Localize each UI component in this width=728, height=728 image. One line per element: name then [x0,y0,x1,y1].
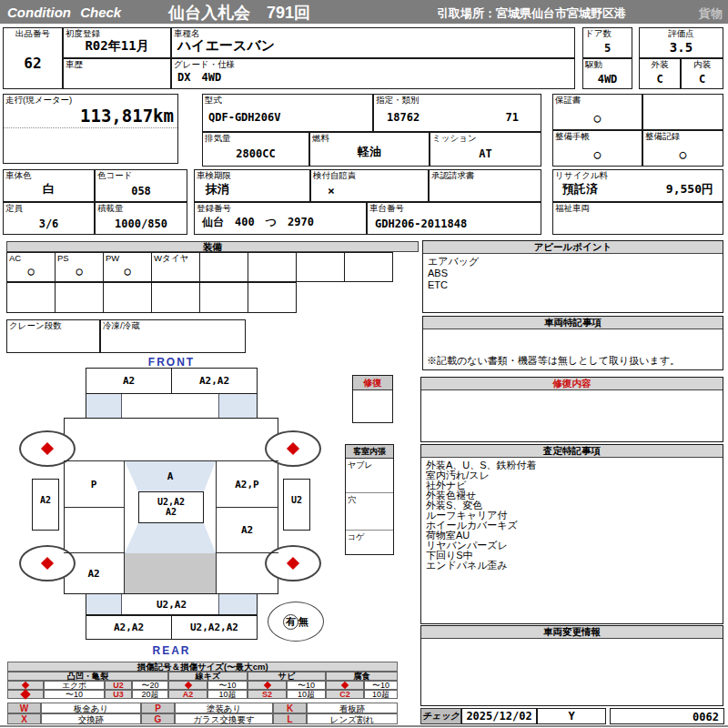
damage-desc: レンズ割れ [330,715,374,723]
legend-text: 10超 [372,691,389,699]
equipment-cell-wtire: Wタイヤ [151,252,200,282]
exterior-value: C [640,73,680,86]
maintenance-book-value: ○ [553,147,642,161]
auction-title: 仙台入札会 791回 [168,2,310,24]
panel-door-front-right: A2,P [216,461,278,507]
displacement-value: 2800CC [203,147,308,160]
warranty-spare-cell [642,94,723,130]
rear-window-corner-left [86,594,122,614]
body-line [64,507,124,508]
repair-content-header: 修復内容 [421,378,723,390]
appeal-item: ABS [428,268,718,279]
legend-dent-r2-code: U3 [105,690,132,699]
cabin-row-label: ヤブレ [348,460,373,470]
equipment-value: ○ [56,265,103,278]
vehicle-notes-box: 車両特記事項 ※記載のない書類・機器等は無しとして取り扱います。 [422,316,723,370]
legend-code: S2 [262,691,272,699]
equipment-label: PW [106,254,119,263]
cabin-row-tear: ヤブレ [346,459,393,493]
equipment-cell-empty [296,252,345,282]
insurance-value: × [328,184,428,197]
legend-text: 〜20 [141,682,158,690]
legend-scratch-r2-size: 10超 [207,690,248,699]
doors-value: 5 [583,42,632,55]
equipment-value: ○ [104,265,151,278]
capacity-cell: 定員 3/6 [3,202,95,235]
legend-dent-r1-size: 〜20 [132,681,168,690]
interior-cell: 内装 C [681,58,723,89]
drive-label: 駆動 [585,60,602,69]
damage-code: K [287,704,293,713]
equipment-label: PS [57,254,69,263]
code-l-cell: L [273,713,307,724]
assessment-box: 査定特記事項 外装A、U、S、鉄粉付着 室内汚れ/スレ 社外ナビ 外装色褪せ 外… [420,444,723,624]
load-value: 1000/850 [96,217,187,230]
change-info-box: 車両変更情報 [420,625,723,706]
damage-diamond-icon [41,557,54,570]
model-code-label: 型式 [205,96,222,105]
capacity-value: 3/6 [4,217,94,230]
recycle-label: リサイクル料 [555,171,608,180]
equipment-value: ○ [7,265,55,278]
class-label: 指定・類別 [376,96,420,105]
panel-code: U2 [291,495,302,505]
check-date-cell: 2025/12/02 [461,708,537,724]
recycle-status: 預託済 [562,181,598,197]
equipment-cell-ps: PS ○ [55,252,104,282]
damage-code: W [20,704,28,713]
panel-code: A [167,470,174,482]
load-cell: 積載量 1000/850 [95,202,187,235]
transmission-label: ミッション [432,134,477,143]
legend-group-scratch: 線キズ [168,672,248,681]
legend-title-text: 損傷記号＆損傷サイズ(〜最大cm) [136,662,268,671]
damage-diamond-icon [263,682,270,689]
rear-label: REAR [86,644,258,657]
maintenance-book-label: 整備手帳 [555,132,590,141]
roof-rear-shade [125,523,216,553]
vehicle-notes-text: ※記載のない書類・機器等は無しとして取り扱います。 [427,354,680,368]
exhibit-no-label: 出品番号 [4,29,62,38]
panel-code: U2,A2,A2 [190,622,238,633]
equipment-cell-empty [199,252,248,282]
transmission-cell: ミッション AT [430,132,541,167]
panel-code: A2 [87,568,99,580]
model-code-value: QDF-GDH206V [208,111,372,124]
fridge-cell: 冷凍/冷蔵 [100,319,246,353]
legend-text: 〜10 [66,691,83,699]
legend-corr-code: C2 [326,690,364,699]
exhibit-no-value: 62 [4,55,62,72]
auction-sheet: Condition Check 仙台入札会 791回 引取場所：宮城県仙台市宮城… [0,0,728,728]
capacity-label: 定員 [5,204,23,213]
legend-title: 損傷記号＆損傷サイズ(〜最大cm) [7,662,398,672]
model-name-cell: 車種名 ハイエースバン [171,27,575,58]
inspection-value: 抹消 [206,181,309,197]
panel-code: A2,A2 [114,622,144,633]
score-value: 3.5 [640,40,723,55]
panel-rear-right: U2,A2,A2 [171,615,258,640]
damage-diamond-icon [341,682,349,689]
reg-no-value: 仙台 400 つ 2970 [202,215,366,230]
reg-no-cell: 登録番号 仙台 400 つ 2970 [194,202,367,235]
equipment-cell-empty [344,252,393,282]
check-inspector-cell: Y [537,708,606,724]
legend-sym-cell [248,681,287,690]
repair-mini-box: 修復 [352,375,393,423]
damage-diamond-icon [184,682,191,689]
panel-code: U2,A2 [157,599,187,611]
grade-value: DX 4WD [177,70,574,86]
chassis-cell: 車台番号 GDH206-2011848 [367,202,541,235]
code-x-cell: X [7,713,41,724]
insurance-label: 検付自賠責 [313,171,357,180]
maintenance-record-label: 整備記録 [645,132,680,141]
color-code-cell: 色コード 058 [95,169,187,202]
class-cell: 指定・類別 18762 71 [373,94,541,132]
exhibit-no-cell: 出品番号 62 [3,27,63,89]
body-color-label: 車体色 [5,171,32,180]
panel-code: A2 [139,507,203,517]
panel-code: A2 [40,495,51,505]
repair-content-box: 修復内容 [420,377,723,442]
cabin-lining-header: 客室内張 [346,445,393,459]
doors-label: ドア数 [585,29,612,38]
class-no1: 18762 [387,111,420,124]
legend-code: U2 [113,682,124,690]
